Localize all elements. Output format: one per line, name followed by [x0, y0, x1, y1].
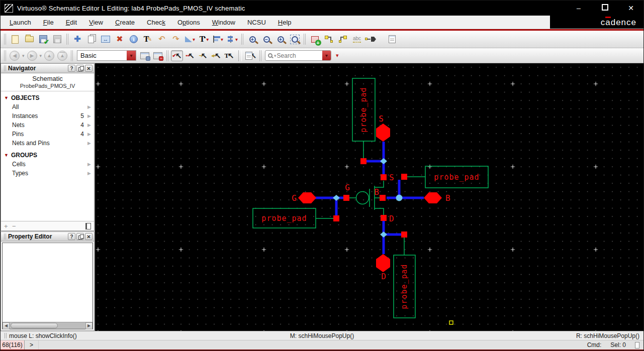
- expand-icon[interactable]: ▶: [84, 123, 91, 128]
- properties-button[interactable]: i: [127, 33, 140, 46]
- property-editor-header[interactable]: Property Editor ? ✕: [1, 232, 94, 242]
- text-selection-button[interactable]: T↖: [223, 50, 235, 61]
- terminal-square-b[interactable]: [380, 195, 386, 201]
- toolbar-grip[interactable]: [4, 34, 6, 45]
- wire-selection-button[interactable]: ¬↖: [197, 50, 209, 61]
- remove-filter-button[interactable]: −: [12, 222, 20, 230]
- scroll-track[interactable]: [10, 322, 85, 329]
- minimize-button[interactable]: –: [573, 4, 584, 12]
- create-wire-button[interactable]: [322, 33, 335, 46]
- close-button[interactable]: ✕: [625, 4, 636, 12]
- scroll-right-button[interactable]: ▶: [85, 322, 93, 329]
- open-button[interactable]: [23, 33, 36, 46]
- navigator-close-button[interactable]: ✕: [85, 65, 93, 72]
- property-editor-content[interactable]: [3, 243, 93, 322]
- menu-help[interactable]: Help: [272, 19, 298, 26]
- save-button[interactable]: [51, 33, 64, 46]
- panel-layout-icon[interactable]: [85, 223, 91, 229]
- partial-selection-button[interactable]: ▪▪↖: [184, 50, 196, 61]
- up-hierarchy-button[interactable]: ▲: [43, 50, 55, 61]
- menu-check[interactable]: Check: [141, 19, 171, 26]
- new-file-button[interactable]: [9, 33, 22, 46]
- menu-launch[interactable]: Launch: [4, 19, 37, 26]
- search-dropdown-button[interactable]: ▾: [322, 51, 331, 60]
- search-options-dropdown[interactable]: ▾: [334, 52, 341, 59]
- property-list-button[interactable]: ↖: [245, 50, 257, 61]
- zoom-fit-button[interactable]: +: [274, 33, 287, 46]
- add-filter-button[interactable]: +: [4, 222, 12, 230]
- distribute-dropdown[interactable]: ▾: [235, 37, 238, 42]
- delete-button[interactable]: ✖: [113, 33, 126, 46]
- back-dropdown[interactable]: ▾: [22, 53, 25, 58]
- create-pin-button[interactable]: [364, 33, 378, 46]
- terminal-square-d[interactable]: [381, 215, 387, 221]
- probe-button[interactable]: ▾: [183, 33, 197, 46]
- move-button[interactable]: ✚: [71, 33, 84, 46]
- create-instance-button[interactable]: [308, 33, 321, 46]
- terminal-square[interactable]: [401, 174, 407, 180]
- expand-icon[interactable]: ▶: [84, 113, 91, 119]
- expand-icon[interactable]: ▶: [84, 132, 91, 137]
- workspace-combobox[interactable]: Basic ▾: [77, 50, 136, 61]
- terminal-square-s[interactable]: [381, 174, 387, 180]
- tree-item-instances[interactable]: Instances 5 ▶: [1, 111, 94, 121]
- search-field[interactable]: ▾ ▾: [265, 50, 331, 61]
- toolbar-grip[interactable]: [166, 50, 168, 61]
- tree-section-groups[interactable]: ▼ GROUPS: [1, 151, 94, 160]
- tree-item-cells[interactable]: Cells ▶: [1, 160, 94, 169]
- toolbar-grip[interactable]: [4, 50, 6, 61]
- tree-item-pins[interactable]: Pins 4 ▶: [1, 130, 94, 139]
- check-and-save-button[interactable]: ✔: [37, 33, 50, 46]
- undo-button[interactable]: ↶: [155, 33, 168, 46]
- menu-file[interactable]: File: [37, 19, 60, 26]
- navigator-header[interactable]: Navigator ? ✕: [1, 64, 94, 73]
- command-input[interactable]: [39, 340, 587, 349]
- toolbar-grip[interactable]: [66, 34, 68, 45]
- pin-selection-button[interactable]: ◂▪↖: [210, 50, 222, 61]
- collapse-icon[interactable]: ▼: [4, 95, 9, 100]
- menu-view[interactable]: View: [83, 19, 109, 26]
- copy-button[interactable]: [85, 33, 98, 46]
- back-button[interactable]: ◀: [9, 50, 21, 61]
- top-hierarchy-button[interactable]: ▲: [56, 50, 68, 61]
- tree-item-all[interactable]: All ▶: [1, 102, 94, 111]
- terminal-square[interactable]: [360, 158, 366, 164]
- navigator-help-button[interactable]: ?: [68, 65, 75, 72]
- create-wire-name-button[interactable]: abc: [350, 33, 363, 46]
- tree-item-nets[interactable]: Nets 4 ▶: [1, 121, 94, 130]
- resize-grip[interactable]: [635, 342, 639, 348]
- zoom-in-button[interactable]: +: [246, 33, 259, 46]
- tree-item-nets-and-pins[interactable]: Nets and Pins ▶: [1, 139, 94, 148]
- expand-icon[interactable]: ▶: [84, 171, 91, 176]
- menu-window[interactable]: Window: [206, 19, 241, 26]
- forward-button[interactable]: ▶: [26, 50, 38, 61]
- menu-create[interactable]: Create: [109, 19, 141, 26]
- zoom-out-button[interactable]: −: [260, 33, 273, 46]
- forward-dropdown[interactable]: ▾: [40, 53, 42, 58]
- create-wide-wire-button[interactable]: [336, 33, 349, 46]
- menu-edit[interactable]: Edit: [60, 19, 83, 26]
- tree-item-types[interactable]: Types ▶: [1, 169, 94, 178]
- terminal-square-g[interactable]: [343, 195, 349, 201]
- search-scope-dropdown[interactable]: ▾: [274, 53, 277, 58]
- expand-icon[interactable]: ▶: [84, 104, 91, 109]
- create-label-button[interactable]: T▴▾: [198, 33, 211, 46]
- search-input[interactable]: [277, 52, 322, 59]
- toolbar-grip[interactable]: [241, 34, 243, 45]
- property-editor-close-button[interactable]: ✕: [85, 233, 93, 240]
- probe-dropdown[interactable]: ▾: [193, 37, 195, 42]
- scroll-left-button[interactable]: ◀: [3, 322, 10, 329]
- align-button[interactable]: ▾: [212, 33, 225, 46]
- terminal-square[interactable]: [401, 231, 407, 238]
- save-workspace-button[interactable]: [139, 50, 151, 61]
- expand-icon[interactable]: ▶: [84, 162, 91, 167]
- expand-icon[interactable]: ▶: [84, 141, 91, 146]
- align-dropdown[interactable]: ▾: [221, 37, 223, 42]
- toolbar-grip[interactable]: [259, 50, 261, 61]
- create-note-button[interactable]: [386, 33, 399, 46]
- distribute-button[interactable]: ▾: [226, 33, 239, 46]
- property-editor-help-button[interactable]: ?: [68, 233, 75, 240]
- terminal-square[interactable]: [333, 215, 339, 221]
- scroll-thumb[interactable]: [11, 323, 58, 328]
- workspace-dropdown-button[interactable]: ▾: [127, 51, 136, 60]
